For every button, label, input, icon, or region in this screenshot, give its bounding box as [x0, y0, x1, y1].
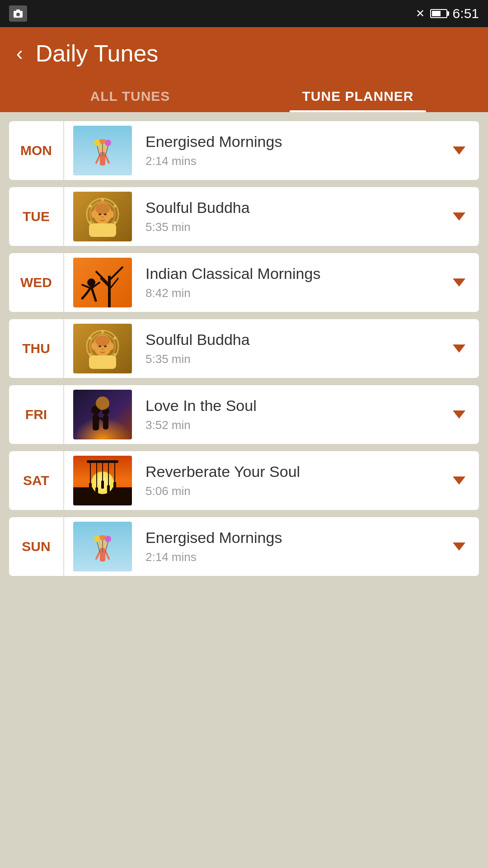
tune-info: Love In the Soul 3:52 min — [141, 397, 439, 432]
svg-point-25 — [104, 213, 107, 215]
svg-marker-85 — [453, 542, 465, 551]
dropdown-button[interactable] — [439, 275, 479, 290]
dropdown-button[interactable] — [439, 341, 479, 356]
tune-info: Soulful Buddha 5:35 min — [141, 199, 439, 234]
svg-point-61 — [96, 396, 109, 410]
tune-info: Energised Mornings 2:14 mins — [141, 133, 439, 168]
list-item: FRI — [9, 385, 479, 444]
svg-rect-70 — [95, 487, 98, 497]
photo-icon — [9, 5, 27, 22]
page-title: Daily Tunes — [36, 40, 159, 67]
svg-line-78 — [105, 551, 109, 559]
list-item: TUE — [9, 187, 479, 246]
svg-rect-71 — [101, 481, 104, 489]
svg-point-1 — [16, 13, 20, 16]
tune-thumbnail — [73, 192, 132, 241]
status-bar: ✕ 6:51 — [0, 0, 488, 27]
svg-point-16 — [101, 198, 104, 201]
tune-thumbnail — [73, 324, 132, 373]
tune-thumbnail — [73, 522, 132, 571]
svg-point-46 — [89, 353, 92, 356]
svg-rect-2 — [16, 9, 20, 11]
dropdown-button[interactable] — [439, 143, 479, 158]
svg-point-28 — [109, 211, 114, 218]
dropdown-button[interactable] — [439, 407, 479, 422]
tune-thumbnail — [73, 456, 132, 505]
list-item: MON — [9, 121, 479, 180]
tune-name: Reverberate Your Soul — [145, 463, 435, 481]
day-label: TUE — [9, 209, 63, 224]
day-label: WED — [9, 275, 63, 290]
svg-point-17 — [113, 205, 116, 208]
svg-point-53 — [91, 343, 96, 350]
list-item: WED — [9, 253, 479, 312]
svg-line-33 — [109, 267, 123, 280]
svg-point-81 — [105, 536, 111, 542]
tab-all-tunes[interactable]: ALL TUNES — [16, 80, 244, 112]
svg-rect-63 — [87, 460, 118, 463]
divider — [63, 121, 64, 180]
svg-point-9 — [105, 140, 111, 146]
tune-thumbnail — [73, 258, 132, 307]
svg-rect-73 — [113, 482, 116, 491]
day-label: THU — [9, 341, 63, 356]
status-time: 6:51 — [453, 6, 479, 21]
svg-rect-58 — [93, 415, 99, 430]
status-bar-right: ✕ 6:51 — [416, 6, 479, 21]
battery-icon — [430, 9, 447, 18]
day-label: MON — [9, 143, 63, 158]
svg-point-21 — [89, 205, 92, 208]
tab-tune-planner[interactable]: TUNE PLANNER — [244, 80, 472, 112]
svg-line-77 — [96, 551, 100, 559]
tune-name: Soulful Buddha — [145, 331, 435, 349]
back-button[interactable]: ‹ — [16, 43, 23, 63]
tune-info: Energised Mornings 2:14 mins — [141, 529, 439, 564]
svg-marker-74 — [453, 476, 465, 485]
day-label: SUN — [9, 539, 63, 554]
divider — [63, 517, 64, 576]
dropdown-button[interactable] — [439, 539, 479, 554]
svg-point-8 — [99, 139, 106, 144]
divider — [63, 319, 64, 378]
svg-point-18 — [113, 221, 116, 224]
svg-point-20 — [89, 221, 92, 224]
svg-rect-69 — [89, 483, 92, 492]
svg-marker-62 — [453, 410, 465, 419]
tune-name: Love In the Soul — [145, 397, 435, 415]
list-item: SAT — [9, 451, 479, 510]
list-item: SUN — [9, 517, 479, 576]
svg-point-27 — [91, 211, 96, 218]
dropdown-button[interactable] — [439, 473, 479, 488]
header-top: ‹ Daily Tunes — [16, 40, 472, 67]
divider — [63, 385, 64, 444]
svg-point-47 — [89, 337, 92, 340]
svg-rect-55 — [89, 355, 116, 369]
svg-point-51 — [104, 345, 107, 347]
divider — [63, 451, 64, 510]
list-item: THU — [9, 319, 479, 378]
svg-point-49 — [95, 335, 110, 346]
svg-point-52 — [102, 349, 103, 350]
tune-duration: 5:35 min — [145, 352, 435, 366]
tune-thumbnail — [73, 390, 132, 439]
tune-duration: 2:14 mins — [145, 154, 435, 168]
tune-name: Soulful Buddha — [145, 199, 435, 217]
svg-point-26 — [102, 217, 103, 218]
svg-point-43 — [113, 337, 116, 340]
signal-icon: ✕ — [416, 7, 425, 20]
tune-info: Soulful Buddha 5:35 min — [141, 331, 439, 366]
tune-thumbnail — [73, 126, 132, 175]
svg-rect-60 — [103, 415, 108, 429]
svg-point-42 — [101, 330, 104, 333]
tune-duration: 5:35 min — [145, 220, 435, 234]
header: ‹ Daily Tunes ALL TUNES TUNE PLANNER — [0, 27, 488, 112]
svg-marker-56 — [453, 344, 465, 353]
dropdown-button[interactable] — [439, 209, 479, 224]
svg-marker-30 — [453, 212, 465, 221]
tune-name: Indian Classical Mornings — [145, 265, 435, 283]
svg-point-23 — [95, 203, 110, 214]
tune-duration: 2:14 mins — [145, 550, 435, 564]
tune-duration: 5:06 min — [145, 484, 435, 498]
tune-list: MON — [0, 112, 488, 585]
svg-point-7 — [94, 140, 100, 146]
